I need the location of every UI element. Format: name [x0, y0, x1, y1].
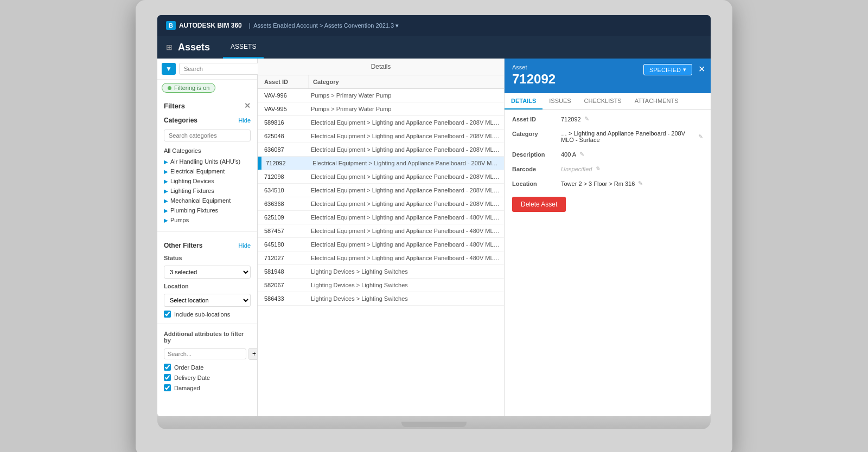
- brand-name: AUTODESK BIM 360: [179, 22, 242, 29]
- delivery-date-row: Delivery Date: [157, 372, 257, 383]
- table-row[interactable]: VAV-996 Pumps > Primary Water Pump: [258, 89, 504, 102]
- table-row[interactable]: 712098 Electrical Equipment > Lighting a…: [258, 170, 504, 184]
- table-row[interactable]: 636368 Electrical Equipment > Lighting a…: [258, 197, 504, 211]
- table-row[interactable]: 625109 Electrical Equipment > Lighting a…: [258, 211, 504, 224]
- field-value: Unspecified ✎: [561, 165, 703, 172]
- divider-2: [157, 324, 257, 324]
- damaged-checkbox[interactable]: [164, 384, 171, 391]
- table-row[interactable]: 589816 Electrical Equipment > Lighting a…: [258, 116, 504, 130]
- laptop-base: [157, 416, 711, 429]
- cell-asset-id: VAV-996: [260, 89, 307, 102]
- attr-search-input[interactable]: [164, 348, 246, 359]
- tab-issues[interactable]: ISSUES: [542, 93, 577, 109]
- categories-hide-link[interactable]: Hide: [238, 117, 251, 124]
- table-row[interactable]: 636087 Electrical Equipment > Lighting a…: [258, 143, 504, 157]
- cell-category: Lighting Devices > Lighting Switches: [307, 279, 504, 292]
- breadcrumb[interactable]: | Assets Enabled Account > Assets Conven…: [247, 22, 399, 29]
- include-sub-locations-label: Include sub-locations: [174, 311, 230, 318]
- table-row[interactable]: VAV-995 Pumps > Primary Water Pump: [258, 102, 504, 116]
- tab-checklists[interactable]: CHECKLISTS: [578, 93, 628, 109]
- edit-icon[interactable]: ✎: [584, 115, 589, 122]
- detail-panel-close-button[interactable]: ✕: [698, 64, 705, 74]
- cat-label-pumps: Pumps: [170, 217, 189, 223]
- cell-category: Lighting Devices > Lighting Switches: [307, 292, 504, 305]
- cat-label-lighting-fixtures: Lighting Fixtures: [170, 188, 214, 194]
- edit-icon[interactable]: ✎: [638, 180, 643, 187]
- attr-add-button[interactable]: +: [248, 348, 257, 360]
- delivery-date-label: Delivery Date: [174, 374, 210, 381]
- table-row[interactable]: 581948 Lighting Devices > Lighting Switc…: [258, 265, 504, 279]
- category-search-input[interactable]: [164, 130, 251, 141]
- field-value-text: 712092: [561, 116, 581, 122]
- table-row[interactable]: 712027 Electrical Equipment > Lighting a…: [258, 251, 504, 265]
- cat-item-ahu[interactable]: ▶ Air Handling Units (AHU's): [164, 157, 251, 166]
- status-badge[interactable]: SPECIFIED ▾: [643, 64, 692, 75]
- table-row[interactable]: 625048 Electrical Equipment > Lighting a…: [258, 130, 504, 143]
- edit-icon[interactable]: ✎: [595, 165, 600, 172]
- other-filters-title: Other Filters Hide: [157, 238, 257, 253]
- delivery-date-checkbox[interactable]: [164, 374, 171, 381]
- filters-close-icon[interactable]: ✕: [244, 101, 251, 110]
- cat-arrow-lighting-devices: ▶: [164, 178, 168, 184]
- delete-asset-container: Delete Asset: [512, 195, 703, 212]
- categories-section-title: Categories Hide: [157, 113, 257, 127]
- delete-asset-button[interactable]: Delete Asset: [512, 197, 566, 212]
- badge-text: Filtering is on: [174, 85, 209, 91]
- search-input[interactable]: [179, 63, 264, 75]
- cell-asset-id: VAV-995: [260, 102, 307, 115]
- cat-label-mechanical: Mechanical Equipment: [170, 197, 231, 204]
- damaged-row: Damaged: [157, 383, 257, 393]
- table-row[interactable]: 587457 Electrical Equipment > Lighting a…: [258, 224, 504, 238]
- cat-label-lighting-devices: Lighting Devices: [170, 178, 214, 184]
- detail-tabs: DETAILS ISSUES CHECKLISTS ATTACHMENTS: [505, 93, 711, 110]
- filtering-on-badge: Filtering is on: [162, 83, 215, 93]
- edit-icon[interactable]: ✎: [579, 151, 584, 158]
- tab-assets[interactable]: ASSETS: [223, 36, 264, 59]
- table-row[interactable]: 586433 Lighting Devices > Lighting Switc…: [258, 292, 504, 306]
- field-value: 712092 ✎: [561, 115, 703, 122]
- cat-item-electrical[interactable]: ▶ Electrical Equipment: [164, 166, 251, 176]
- category-list: All Categories ▶ Air Handling Units (AHU…: [157, 144, 257, 227]
- table-row[interactable]: 712092 Electrical Equipment > Lighting a…: [258, 157, 504, 170]
- cat-arrow-pumps: ▶: [164, 217, 168, 223]
- cell-asset-id: 636368: [260, 197, 307, 210]
- additional-attrs-label: Additional attributes to filter by: [157, 328, 257, 346]
- cat-arrow-mechanical: ▶: [164, 198, 168, 204]
- status-select[interactable]: 3 selected: [164, 266, 251, 279]
- tab-attachments[interactable]: ATTACHMENTS: [628, 93, 685, 109]
- order-date-checkbox[interactable]: [164, 364, 171, 371]
- table-row[interactable]: 582067 Lighting Devices > Lighting Switc…: [258, 279, 504, 292]
- cell-category: Electrical Equipment > Lighting and Appl…: [307, 184, 504, 197]
- categories-label: Categories: [164, 117, 197, 124]
- tab-details[interactable]: DETAILS: [505, 93, 542, 109]
- filters-content: Filters ✕ Categories Hide All Categories…: [157, 96, 257, 416]
- all-categories-item[interactable]: All Categories: [164, 146, 251, 156]
- top-nav: B AUTODESK BIM 360 | Assets Enabled Acco…: [157, 15, 711, 36]
- col-header-category: Category: [309, 75, 504, 88]
- cat-item-lighting-devices[interactable]: ▶ Lighting Devices: [164, 176, 251, 186]
- field-value: 400 A ✎: [561, 151, 703, 158]
- detail-body: Asset ID 712092 ✎ Category … > Lighting …: [505, 110, 711, 416]
- cell-category: Electrical Equipment > Lighting and Appl…: [307, 130, 504, 143]
- cat-item-pumps[interactable]: ▶ Pumps: [164, 215, 251, 225]
- field-value: Tower 2 > 3 Floor > Rm 316 ✎: [561, 180, 703, 187]
- field-label: Asset ID: [512, 115, 561, 122]
- filter-toggle-button[interactable]: ▼: [162, 63, 176, 75]
- location-select[interactable]: Select location: [164, 294, 251, 307]
- other-filters-section: Other Filters Hide Status 3 selected Loc…: [157, 236, 257, 395]
- cat-item-plumbing[interactable]: ▶ Plumbing Fixtures: [164, 205, 251, 215]
- edit-icon[interactable]: ✎: [698, 133, 703, 140]
- table-body: VAV-996 Pumps > Primary Water Pump VAV-9…: [258, 89, 504, 416]
- status-badge-text: SPECIFIED: [649, 67, 681, 73]
- table-row[interactable]: 634510 Electrical Equipment > Lighting a…: [258, 184, 504, 197]
- cat-item-lighting-fixtures[interactable]: ▶ Lighting Fixtures: [164, 186, 251, 196]
- include-sub-locations-checkbox[interactable]: [164, 311, 171, 318]
- detail-field-barcode: Barcode Unspecified ✎: [512, 165, 703, 172]
- field-value: … > Lighting and Appliance Panelboard - …: [561, 130, 703, 143]
- details-column-header: Details: [258, 59, 504, 75]
- other-filters-hide-link[interactable]: Hide: [238, 242, 251, 249]
- cell-asset-id: 625048: [260, 130, 307, 143]
- cell-category: Electrical Equipment > Lighting and Appl…: [307, 170, 504, 183]
- cat-item-mechanical[interactable]: ▶ Mechanical Equipment: [164, 196, 251, 205]
- table-row[interactable]: 645180 Electrical Equipment > Lighting a…: [258, 238, 504, 251]
